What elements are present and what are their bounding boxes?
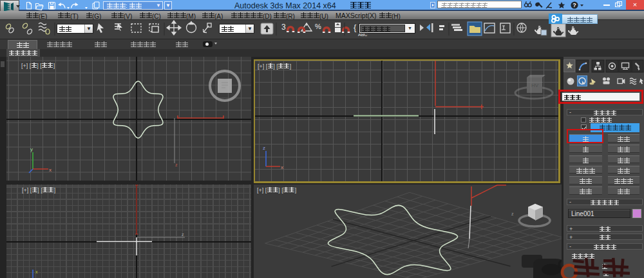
- svg-text:x: x: [35, 270, 38, 274]
- svg-text:z: z: [182, 232, 184, 237]
- svg-text:%: %: [315, 23, 321, 30]
- svg-text:HV: HV: [531, 83, 539, 88]
- svg-text:x: x: [49, 167, 52, 173]
- svg-text:z: z: [511, 212, 514, 216]
- svg-text:3: 3: [281, 23, 286, 32]
- svg-text:z: z: [175, 163, 178, 167]
- svg-text:{: {: [354, 23, 357, 32]
- svg-text:?: ?: [573, 2, 576, 8]
- svg-text:x: x: [281, 164, 283, 170]
- svg-text:z: z: [263, 145, 265, 151]
- svg-text:y: y: [30, 146, 33, 152]
